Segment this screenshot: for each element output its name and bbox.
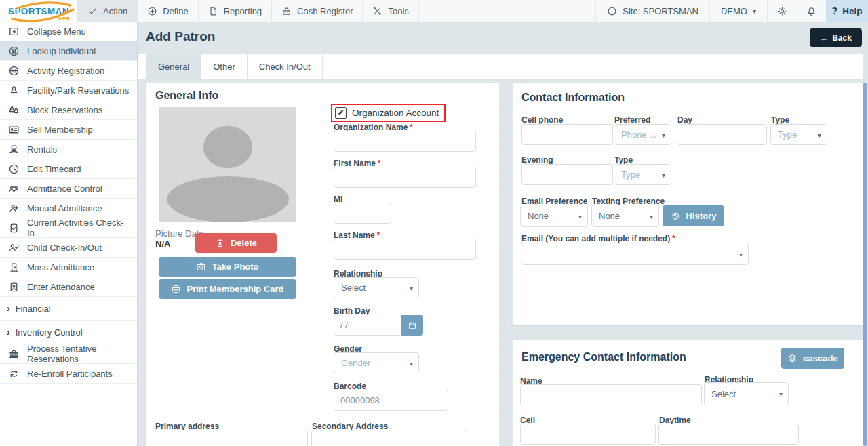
day-phone-label: Day bbox=[677, 115, 692, 125]
texting-preference-select[interactable]: None bbox=[591, 205, 659, 227]
topbar-right: Site: SPORTSMAN DEMO Help bbox=[595, 0, 868, 22]
patron-photo-placeholder bbox=[159, 107, 296, 222]
help-button[interactable]: Help bbox=[826, 0, 868, 22]
menu-define[interactable]: Define bbox=[138, 0, 199, 22]
sidebar-item-facility-park-reservations[interactable]: Facility/Park Reservations bbox=[0, 81, 137, 100]
sidebar-item-block-reservations[interactable]: Block Reservations bbox=[0, 100, 137, 120]
take-photo-button[interactable]: Take Photo bbox=[159, 257, 296, 277]
preferred-select[interactable]: Phone ... bbox=[614, 124, 671, 145]
back-button-label: Back bbox=[832, 33, 852, 43]
sidebar-item-rentals[interactable]: Rentals bbox=[0, 140, 137, 159]
mi-input[interactable] bbox=[334, 203, 391, 224]
check-icon bbox=[87, 6, 98, 16]
account-menu[interactable]: DEMO bbox=[709, 0, 768, 22]
clock-icon bbox=[8, 163, 20, 175]
sidebar-item-re-enroll-participants[interactable]: Re-Enroll Participants bbox=[0, 364, 137, 384]
sidebar-item-lookup-individual[interactable]: Lookup Individual bbox=[0, 41, 137, 61]
history-button[interactable]: History bbox=[663, 205, 724, 226]
evening-type-select[interactable]: Type bbox=[614, 164, 671, 185]
sidebar-group-inventory-control[interactable]: Inventory Control bbox=[0, 321, 137, 344]
tree-icon bbox=[8, 85, 20, 96]
sidebar-item-current-activities-check-in[interactable]: Current Activities Check-In bbox=[0, 218, 137, 238]
menu-cash-register[interactable]: Cash Register bbox=[272, 0, 363, 22]
sidebar-item-sell-membership[interactable]: Sell Membership bbox=[0, 120, 137, 140]
settings-button[interactable] bbox=[768, 0, 797, 22]
sidebar-item-edit-timecard[interactable]: Edit Timecard bbox=[0, 159, 137, 179]
sidebar-item-manual-admittance[interactable]: Manual Admittance bbox=[0, 199, 137, 218]
gear-icon bbox=[777, 6, 787, 16]
first-name-input[interactable] bbox=[334, 167, 476, 188]
emergency-contact-panel: Emergency Contact Information cascade Na… bbox=[512, 339, 864, 446]
organization-name-input[interactable] bbox=[334, 131, 476, 152]
birth-day-calendar-button[interactable] bbox=[401, 315, 423, 336]
app-logo[interactable]: SPORTSMAN WEB bbox=[0, 0, 77, 22]
logo-subtext: WEB bbox=[58, 16, 71, 21]
evening-type-label: Type bbox=[614, 155, 633, 165]
contact-information-panel: Contact Information Cell phone Preferred… bbox=[512, 83, 864, 325]
menu-action[interactable]: Action bbox=[77, 0, 138, 22]
tab-other[interactable]: Other bbox=[201, 54, 248, 79]
organization-account-checkbox[interactable]: Organization Account bbox=[331, 104, 446, 122]
top-navigation-bar: SPORTSMAN WEB ActionDefineReportingCash … bbox=[0, 0, 868, 22]
cascade-button[interactable]: cascade bbox=[781, 348, 844, 369]
evening-phone-input[interactable] bbox=[521, 164, 613, 185]
last-name-input[interactable] bbox=[334, 239, 476, 260]
site-indicator[interactable]: Site: SPORTSMAN bbox=[595, 0, 709, 22]
trees-icon bbox=[8, 104, 20, 116]
emergency-daytime-input[interactable] bbox=[658, 424, 799, 445]
print-membership-card-button[interactable]: Print Membership Card bbox=[159, 279, 296, 299]
cell-phone-input[interactable] bbox=[521, 124, 613, 145]
day-phone-input[interactable] bbox=[677, 124, 767, 145]
emergency-name-input[interactable] bbox=[520, 384, 702, 405]
help-label: Help bbox=[842, 6, 862, 16]
gender-select[interactable]: Gender bbox=[334, 352, 419, 373]
sidebar-item-process-tentative-reservations[interactable]: Process Tentative Reservations bbox=[0, 344, 137, 364]
sidebar-item-mass-admittance[interactable]: Mass Admittance bbox=[0, 258, 137, 277]
clipboard-person-icon bbox=[8, 281, 20, 293]
vertical-scrollbar[interactable] bbox=[863, 83, 867, 446]
history-icon bbox=[671, 211, 681, 221]
delete-photo-button[interactable]: Delete bbox=[195, 233, 277, 253]
document-icon bbox=[208, 6, 218, 16]
logo-text: SPORTSMAN bbox=[8, 6, 69, 16]
people-icon bbox=[8, 183, 20, 195]
cash-register-icon bbox=[281, 6, 292, 16]
sidebar-item-child-check-in-out[interactable]: Child Check-In/Out bbox=[0, 238, 137, 258]
sidebar-item-activity-registration[interactable]: Activity Registration bbox=[0, 61, 137, 81]
day-type-select[interactable]: Type bbox=[770, 124, 827, 145]
organization-account-label: Organization Account bbox=[352, 108, 439, 118]
door-icon bbox=[8, 262, 20, 273]
emergency-cell-input[interactable] bbox=[520, 424, 656, 445]
id-card-icon bbox=[8, 124, 20, 136]
tab-general[interactable]: General bbox=[146, 54, 201, 79]
basketball-icon bbox=[8, 65, 20, 77]
menu-reporting[interactable]: Reporting bbox=[199, 0, 272, 22]
email-preference-select[interactable]: None bbox=[520, 205, 588, 227]
primary-address-input[interactable] bbox=[155, 430, 308, 446]
tab-check-in-out[interactable]: Check In/Out bbox=[248, 54, 323, 79]
printer-icon bbox=[171, 284, 181, 294]
collapse-icon bbox=[8, 26, 20, 37]
barcode-input[interactable] bbox=[334, 390, 448, 411]
tab-bar: GeneralOtherCheck In/Out bbox=[137, 54, 863, 79]
menu-tools[interactable]: Tools bbox=[363, 0, 418, 22]
emergency-relationship-select[interactable]: Select bbox=[704, 382, 789, 405]
secondary-address-input[interactable] bbox=[311, 430, 467, 446]
emergency-contact-title: Emergency Contact Information bbox=[521, 351, 686, 363]
person-plus-icon bbox=[8, 203, 20, 214]
site-label: Site: SPORTSMAN bbox=[623, 6, 698, 16]
sidebar-item-collapse-menu[interactable]: Collapse Menu bbox=[0, 22, 137, 41]
relationship-select[interactable]: Select bbox=[334, 277, 419, 298]
camera-icon bbox=[196, 262, 206, 272]
birth-day-input[interactable] bbox=[334, 315, 401, 336]
email-combo[interactable] bbox=[521, 243, 749, 265]
sidebar-item-admittance-control[interactable]: Admittance Control bbox=[0, 179, 137, 199]
contact-information-title: Contact Information bbox=[521, 92, 625, 104]
sidebar-item-enter-attendance[interactable]: Enter Attendance bbox=[0, 277, 137, 297]
back-button[interactable]: Back bbox=[810, 28, 862, 47]
sidebar-group-financial[interactable]: Financial bbox=[0, 297, 137, 321]
app-root: SPORTSMAN WEB ActionDefineReportingCash … bbox=[0, 0, 868, 446]
notifications-button[interactable] bbox=[797, 0, 826, 22]
layers-icon bbox=[787, 353, 797, 363]
calendar-icon bbox=[408, 321, 417, 330]
